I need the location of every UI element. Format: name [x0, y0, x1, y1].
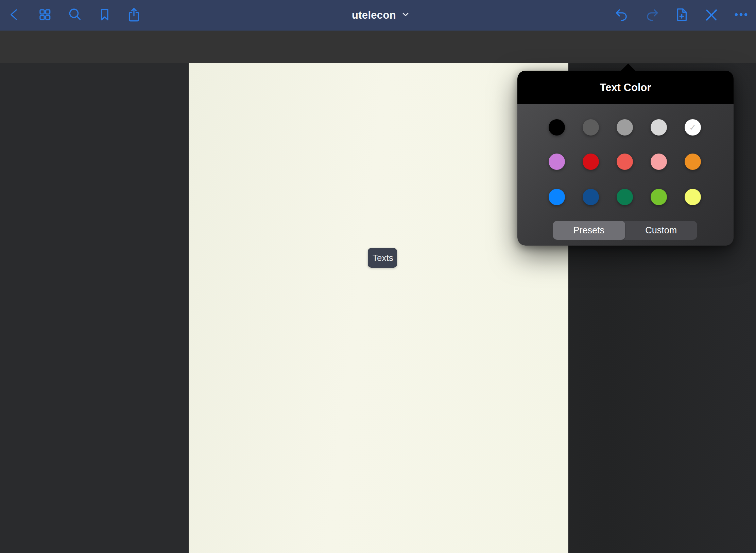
search-icon: [67, 7, 83, 24]
popover-body: ✓ Presets Custom: [517, 104, 734, 246]
undo-icon: [614, 7, 630, 24]
canvas-text-object[interactable]: Texts: [368, 248, 397, 268]
add-page-icon: [674, 7, 689, 24]
chevron-down-icon: [401, 11, 410, 19]
color-swatch-black[interactable]: [549, 119, 565, 136]
search-button[interactable]: [67, 7, 83, 23]
color-swatch-yellow[interactable]: [685, 189, 701, 205]
selected-check-icon: ✓: [689, 122, 697, 133]
document-title: utelecon: [352, 9, 396, 21]
popover-arrow: [621, 64, 636, 71]
swatch-grid: ✓: [517, 104, 734, 205]
app-window: utelecon a: [0, 0, 756, 553]
stylus-disabled-button[interactable]: [703, 7, 719, 23]
pencil-cross-icon: [703, 7, 719, 24]
color-swatch-dark-gray[interactable]: [583, 119, 599, 136]
page-thumbnails-button[interactable]: [37, 7, 53, 23]
color-swatch-light-gray[interactable]: [651, 119, 667, 136]
notebook-page[interactable]: [189, 63, 568, 553]
undo-button[interactable]: [614, 7, 630, 23]
color-swatch-red[interactable]: [583, 154, 599, 170]
text-color-popover: Text Color ✓ Presets Custom: [517, 71, 734, 246]
tab-custom[interactable]: Custom: [625, 221, 698, 240]
color-swatch-coral[interactable]: [617, 154, 633, 170]
presets-custom-segmented-control: Presets Custom: [553, 221, 697, 240]
swatch-row: [517, 170, 734, 205]
bookmark-icon: [97, 7, 113, 24]
color-swatch-lime[interactable]: [651, 189, 667, 205]
canvas-text-label: Texts: [373, 253, 393, 263]
color-swatch-green[interactable]: [617, 189, 633, 205]
color-swatch-gray[interactable]: [617, 119, 633, 136]
color-swatch-white[interactable]: ✓: [685, 119, 701, 136]
color-swatch-blue[interactable]: [549, 189, 565, 205]
tab-presets[interactable]: Presets: [553, 221, 625, 240]
more-options-button[interactable]: [733, 7, 749, 23]
back-chevron-icon: [7, 7, 22, 24]
back-button[interactable]: [7, 7, 22, 23]
share-button[interactable]: [126, 7, 142, 23]
popover-title: Text Color: [600, 82, 651, 94]
color-swatch-pink[interactable]: [651, 154, 667, 170]
add-page-button[interactable]: [674, 7, 689, 23]
share-icon: [126, 7, 142, 24]
redo-icon: [644, 7, 659, 24]
editing-toolbar: a: [0, 31, 756, 63]
bookmark-button[interactable]: [97, 7, 113, 23]
swatch-row: [517, 136, 734, 170]
top-navigation-bar: utelecon: [0, 0, 756, 31]
color-swatch-navy[interactable]: [583, 189, 599, 205]
ellipsis-icon: [733, 7, 749, 24]
color-swatch-orchid[interactable]: [549, 154, 565, 170]
color-swatch-orange[interactable]: [685, 154, 701, 170]
popover-header: Text Color: [517, 71, 734, 104]
redo-button[interactable]: [644, 7, 659, 23]
grid-icon: [37, 7, 53, 24]
swatch-row: ✓: [517, 104, 734, 136]
document-title-button[interactable]: utelecon: [352, 0, 410, 31]
